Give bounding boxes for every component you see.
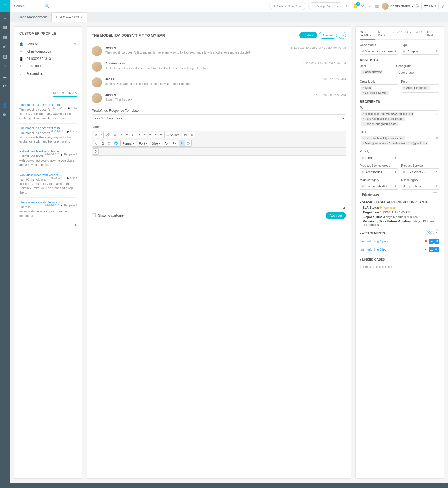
size-select[interactable]: Size ▾ bbox=[150, 140, 162, 146]
tab-case-management[interactable]: Case Management bbox=[14, 12, 51, 22]
att-view-icon[interactable]: 👁 bbox=[434, 239, 439, 244]
search-input[interactable] bbox=[14, 4, 42, 8]
source-button[interactable]: ▤ Source bbox=[165, 132, 181, 138]
att-delete-icon[interactable]: ✖ bbox=[423, 239, 428, 244]
tab-edit-case[interactable]: Edit Case #123× bbox=[51, 12, 87, 22]
omega-button[interactable]: Ω bbox=[100, 140, 106, 146]
align-left-button[interactable]: ≡ bbox=[148, 132, 153, 138]
table-button[interactable]: ▦ bbox=[189, 132, 195, 138]
calendar-icon[interactable]: ▦ bbox=[0, 32, 10, 42]
attach-upload-icon[interactable]: ☁ bbox=[433, 229, 439, 235]
bgcolor-button[interactable]: A▾ bbox=[171, 140, 178, 146]
attachment-link[interactable]: ida model img 2.jpg bbox=[360, 248, 386, 251]
lang-select[interactable]: EN▾ bbox=[421, 3, 438, 9]
list-icon[interactable]: ☰ bbox=[0, 71, 10, 81]
bold-button[interactable]: B bbox=[93, 132, 99, 138]
cancel-button[interactable]: Cancel bbox=[319, 32, 337, 39]
tool-extra2[interactable]: ▢ bbox=[185, 140, 191, 146]
private-checkbox[interactable] bbox=[433, 192, 437, 196]
book-icon[interactable]: ▤ bbox=[0, 52, 10, 61]
rss-icon[interactable]: ⟳ bbox=[0, 81, 10, 91]
org-tagbox[interactable]: ×R&D×Customer Service bbox=[360, 84, 398, 96]
submit-case-button[interactable]: ＋Submit New Case bbox=[269, 2, 305, 10]
type-select[interactable]: ◉Complaint▾ bbox=[401, 48, 439, 55]
globe-button[interactable]: 🌐 bbox=[112, 140, 120, 146]
role-tagbox[interactable]: ×Administrator role bbox=[401, 84, 439, 93]
cc-tagbox[interactable]: ×Jack Smith jack@premitek.com ×Managemen… bbox=[360, 135, 439, 147]
subcat-select[interactable]: skin problems▾ bbox=[401, 183, 439, 190]
download-recent-icon[interactable]: ⬇ bbox=[19, 223, 77, 227]
tab-more-info[interactable]: MORE INFO bbox=[378, 31, 390, 39]
clear-cc-icon[interactable]: × bbox=[436, 136, 438, 140]
priority-select[interactable]: ◉High▾ bbox=[360, 154, 398, 161]
clipboard-icon[interactable]: □ bbox=[0, 91, 10, 101]
align-center-button[interactable]: ≡ bbox=[153, 132, 158, 138]
recent-case-item[interactable]: The model Ida doesn't fit to m ...03/11/… bbox=[19, 100, 77, 124]
linked-cases-section[interactable]: LINKED CASES bbox=[360, 258, 439, 261]
att-download-icon[interactable]: ☁ bbox=[429, 247, 434, 252]
user-menu[interactable]: Administrator ▾ bbox=[382, 3, 414, 10]
menu-toggle[interactable]: ☰ bbox=[0, 0, 10, 12]
iframe-button[interactable]: ▢ bbox=[106, 140, 112, 146]
fontcolor-button[interactable]: A▾ bbox=[163, 140, 171, 146]
recent-case-item[interactable]: Patient was fitted with device ...09/03/… bbox=[19, 147, 77, 170]
link-button[interactable]: 🔗 bbox=[104, 132, 112, 138]
tab-audit-trail[interactable]: AUDIT TRAIL bbox=[426, 31, 439, 39]
recent-case-item[interactable]: There is uncomfortable sound g ...09/02/… bbox=[19, 198, 77, 221]
schedule-icon[interactable]: ▦ bbox=[375, 4, 379, 9]
quote-button[interactable]: ❝ bbox=[142, 132, 148, 138]
att-delete-icon[interactable]: ✖ bbox=[423, 247, 428, 252]
ps-select[interactable]: ◉- - - Select - - -▾ bbox=[401, 168, 439, 175]
tool-extra1[interactable]: ✎ bbox=[179, 140, 185, 146]
psg-select[interactable]: ◉Accessories▾ bbox=[360, 168, 398, 175]
phone-icon[interactable]: ✆ bbox=[0, 42, 10, 52]
folder-icon[interactable]: 🗀 bbox=[19, 79, 24, 83]
mail-icon[interactable]: ✉ bbox=[346, 4, 350, 9]
tab-correspondences[interactable]: CORRESPONDENCES bbox=[393, 31, 423, 39]
help-editor-button[interactable]: ? bbox=[93, 149, 98, 154]
logout-icon[interactable]: ⎘ bbox=[416, 4, 419, 8]
ol-button[interactable]: ≡ bbox=[119, 132, 124, 138]
att-view-icon[interactable]: 👁 bbox=[434, 247, 439, 252]
italic-button[interactable]: I bbox=[99, 132, 103, 138]
print-icon[interactable]: ⎙ bbox=[0, 61, 10, 71]
maincat-select[interactable]: ◉Biocompatibility▾ bbox=[360, 183, 398, 190]
case-status-select[interactable]: ◉Waiting for customer▾ bbox=[360, 48, 398, 55]
usergroup-tagbox[interactable] bbox=[396, 69, 439, 77]
recent-case-item[interactable]: Very dissatisfied with your pr ...09/02/… bbox=[19, 170, 77, 198]
format-select[interactable]: Format ▾ bbox=[121, 140, 136, 146]
more-actions-button[interactable]: ⋯ bbox=[339, 32, 346, 39]
add-note-button[interactable]: Add note bbox=[326, 212, 346, 219]
help-icon[interactable]: ? bbox=[442, 4, 444, 8]
home-icon[interactable]: ⌂ bbox=[0, 12, 10, 22]
ul-button[interactable]: ≡ bbox=[124, 132, 130, 138]
recent-cases-tab[interactable]: RECENT CASES bbox=[53, 91, 77, 97]
image-icon[interactable]: ▧ bbox=[0, 22, 10, 32]
indent-button[interactable]: ⇥ bbox=[136, 132, 142, 138]
scroll-top-icon[interactable]: ⌃ bbox=[442, 483, 445, 487]
font-select[interactable]: Font ▾ bbox=[137, 140, 149, 146]
search-go-icon[interactable]: 🔍 bbox=[44, 4, 50, 9]
image-button[interactable]: 🖼 bbox=[182, 132, 189, 138]
clear-to-icon[interactable]: × bbox=[436, 112, 438, 116]
smiley-button[interactable]: ☺ bbox=[93, 140, 100, 146]
user-icon[interactable]: 👤 bbox=[0, 101, 10, 110]
attachment-link[interactable]: ida model img 1.png bbox=[360, 240, 388, 243]
tab-case-details[interactable]: CASE DETAILS bbox=[360, 31, 375, 40]
unlink-button[interactable]: ⊘ bbox=[112, 132, 118, 138]
bell-icon[interactable]: 🔔9 bbox=[353, 4, 358, 9]
align-right-button[interactable]: ≡ bbox=[158, 132, 164, 138]
edit-profile-icon[interactable]: ✎ bbox=[74, 42, 77, 46]
template-select[interactable]: - - - No Change - - - bbox=[92, 114, 346, 122]
attach-add-icon[interactable]: 📎 bbox=[426, 229, 432, 235]
show-customer-checkbox[interactable] bbox=[92, 213, 96, 217]
att-download-icon[interactable]: ☁ bbox=[429, 239, 434, 244]
recent-case-item[interactable]: The model Ida doesn't fit to m ...03/11/… bbox=[19, 124, 77, 147]
user-tagbox[interactable]: ×Administrator bbox=[360, 69, 393, 77]
update-button[interactable]: Update bbox=[299, 32, 317, 38]
editor-textarea[interactable] bbox=[92, 156, 346, 209]
usergroup-input[interactable] bbox=[398, 70, 438, 75]
search-icon[interactable]: 🔍 bbox=[0, 110, 10, 120]
outdent-button[interactable]: ⇤ bbox=[130, 132, 136, 138]
attach-icon[interactable]: 📎 bbox=[361, 4, 366, 9]
